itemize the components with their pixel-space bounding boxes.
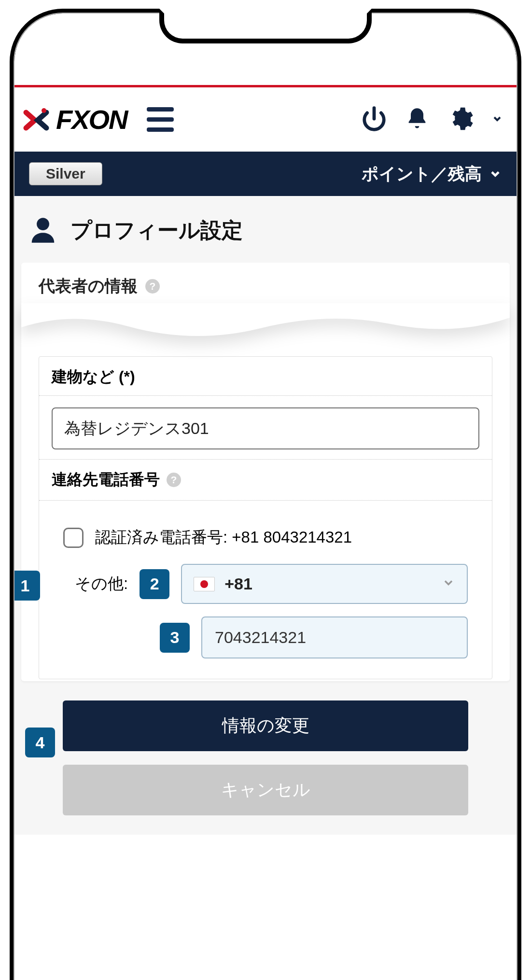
country-code-select[interactable]: +81 (181, 564, 468, 604)
gear-icon[interactable] (447, 105, 474, 134)
annotation-badge-4: 4 (25, 728, 55, 757)
content-break (21, 308, 510, 351)
chevron-down-icon[interactable] (491, 112, 503, 128)
building-field: 建物など (*) 連絡先電話番号 ? 認証済み電話番号: (39, 356, 492, 679)
sub-header: Silver ポイント／残高 (14, 152, 517, 196)
annotation-badge-1: 1 (14, 571, 40, 601)
profile-card: 代表者の情報 ? 建物など (*) (21, 263, 510, 681)
svg-point-1 (37, 218, 49, 230)
svg-point-0 (42, 108, 46, 113)
verified-phone-option[interactable]: 認証済み電話番号: +81 8043214321 (52, 520, 479, 555)
page-title-row: プロフィール設定 (14, 196, 517, 263)
tier-badge: Silver (29, 162, 102, 185)
phone-number-input[interactable] (201, 616, 468, 658)
annotation-badge-3: 3 (160, 623, 190, 653)
radio-unchecked-icon[interactable] (63, 528, 84, 548)
topbar: FXON (14, 87, 517, 152)
representative-label: 代表者の情報 (39, 275, 138, 297)
building-input[interactable] (52, 407, 479, 449)
help-icon[interactable]: ? (167, 473, 181, 487)
help-icon[interactable]: ? (145, 279, 160, 294)
cancel-button[interactable]: キャンセル (63, 765, 468, 815)
other-phone-label: その他: (75, 573, 128, 595)
points-label: ポイント／残高 (362, 163, 482, 185)
japan-flag-icon (194, 577, 215, 591)
chevron-down-icon (489, 167, 502, 181)
chevron-down-icon (442, 574, 455, 593)
menu-button[interactable] (147, 107, 174, 132)
power-icon[interactable] (361, 106, 387, 134)
annotation-badge-2: 2 (140, 569, 169, 599)
submit-button[interactable]: 情報の変更 (63, 700, 468, 751)
brand-name: FXON (56, 104, 127, 135)
page-title: プロフィール設定 (70, 216, 243, 245)
brand-logo[interactable]: FXON (22, 104, 127, 135)
bell-icon[interactable] (405, 106, 430, 133)
verified-phone-label: 認証済み電話番号: +81 8043214321 (95, 527, 352, 548)
country-code-value: +81 (224, 574, 252, 593)
points-balance-toggle[interactable]: ポイント／残高 (362, 163, 502, 185)
logo-mark-icon (22, 106, 50, 134)
person-icon (28, 215, 58, 245)
phone-section-header: 連絡先電話番号 ? (39, 469, 492, 501)
building-label: 建物など (*) (39, 357, 492, 396)
